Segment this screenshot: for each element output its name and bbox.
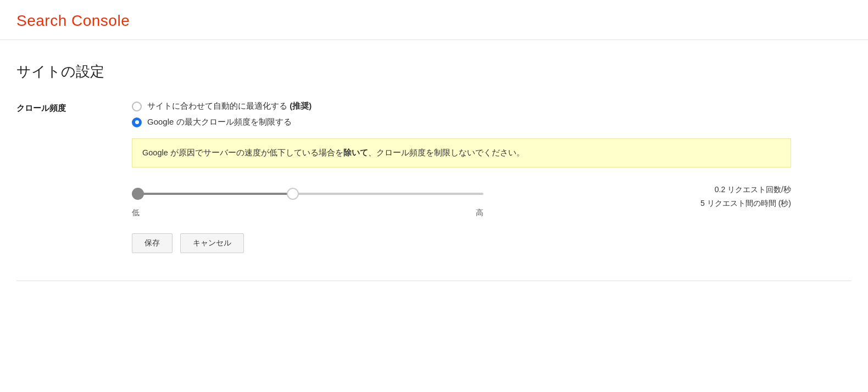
- page-title: サイトの設定: [16, 62, 852, 81]
- slider-fill: [132, 193, 290, 195]
- crawl-frequency-label: クロール頻度: [16, 101, 99, 114]
- button-row: 保存 キャンセル: [132, 233, 678, 253]
- slider-info: 0.2 リクエスト回数/秒 5 リクエスト間の時間 (秒): [700, 183, 791, 210]
- setting-row: クロール頻度 サイトに合わせて自動的に最適化する (推奨) Google の最大…: [16, 101, 852, 253]
- slider-container: 低 高: [132, 183, 483, 218]
- warning-text-before: Google が原因でサーバーの速度が低下している場合を: [142, 148, 343, 157]
- slider-labels: 低 高: [132, 208, 483, 218]
- slider-thumb-left[interactable]: [132, 188, 144, 200]
- radio-label-limit: Google の最大クロール頻度を制限する: [147, 117, 292, 127]
- cancel-button[interactable]: キャンセル: [180, 233, 244, 253]
- main-content: サイトの設定 クロール頻度 サイトに合わせて自動的に最適化する (推奨) Goo…: [0, 40, 868, 303]
- radio-group: サイトに合わせて自動的に最適化する (推奨) Google の最大クロール頻度を…: [132, 101, 791, 127]
- radio-circle-auto: [132, 102, 142, 111]
- warning-text-after: 、クロール頻度を制限しないでください。: [368, 148, 525, 157]
- setting-controls: サイトに合わせて自動的に最適化する (推奨) Google の最大クロール頻度を…: [132, 101, 791, 253]
- radio-option-auto[interactable]: サイトに合わせて自動的に最適化する (推奨): [132, 101, 791, 111]
- slider-track-wrapper[interactable]: [132, 183, 483, 205]
- bottom-divider: [16, 281, 852, 281]
- header: Search Console: [0, 0, 868, 40]
- request-interval: 5 リクエスト間の時間 (秒): [700, 197, 791, 210]
- slider-section: 低 高 保存 キャンセル: [132, 183, 678, 253]
- slider-label-high: 高: [476, 208, 483, 218]
- save-button[interactable]: 保存: [132, 233, 173, 253]
- warning-box: Google が原因でサーバーの速度が低下している場合を除いて、クロール頻度を制…: [132, 138, 791, 167]
- slider-label-low: 低: [132, 208, 140, 218]
- radio-label-auto: サイトに合わせて自動的に最適化する (推奨): [147, 101, 311, 111]
- requests-per-second: 0.2 リクエスト回数/秒: [715, 183, 791, 197]
- radio-circle-limit: [132, 117, 142, 127]
- slider-track: [132, 193, 483, 195]
- app-title: Search Console: [16, 12, 130, 29]
- radio-option-limit[interactable]: Google の最大クロール頻度を制限する: [132, 117, 791, 127]
- slider-row: 低 高 保存 キャンセル 0.2 リクエスト回数/秒 5 リクエスト間の時間 (…: [132, 183, 791, 253]
- warning-text-bold: 除いて: [343, 148, 368, 157]
- slider-thumb-right[interactable]: [287, 188, 299, 200]
